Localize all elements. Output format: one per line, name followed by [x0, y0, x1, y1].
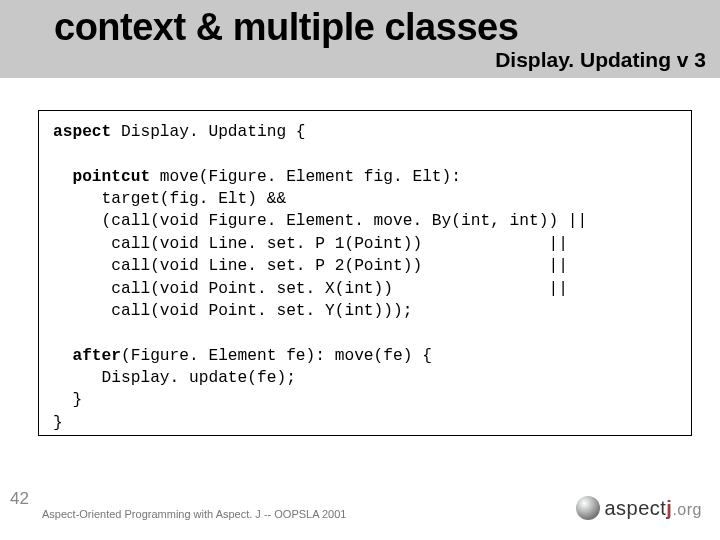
kw-pointcut: pointcut	[53, 168, 150, 186]
code-line-12: }	[53, 414, 63, 432]
code-box: aspect Display. Updating { pointcut move…	[38, 110, 692, 436]
slide-number: 42	[10, 489, 29, 509]
code-line-2b: move(Figure. Element fig. Elt):	[150, 168, 461, 186]
footer-text: Aspect-Oriented Programming with Aspect.…	[42, 508, 346, 520]
kw-after: after	[53, 347, 121, 365]
code-line-10: Display. update(fe);	[53, 369, 296, 387]
logo: aspectj.org	[576, 496, 702, 520]
code-line-9b: (Figure. Element fe): move(fe) {	[121, 347, 432, 365]
code-line-6: call(void Line. set. P 2(Point)) ||	[53, 257, 568, 275]
code-line-3: target(fig. Elt) &&	[53, 190, 286, 208]
title-bar: context & multiple classes Display. Upda…	[0, 0, 720, 78]
logo-aspect: aspect	[604, 497, 666, 519]
logo-text: aspectj.org	[604, 497, 702, 520]
code-block: aspect Display. Updating { pointcut move…	[53, 121, 677, 434]
slide-title: context & multiple classes	[54, 6, 518, 49]
slide: context & multiple classes Display. Upda…	[0, 0, 720, 540]
code-line-5: call(void Line. set. P 1(Point)) ||	[53, 235, 568, 253]
code-line-8: call(void Point. set. Y(int)));	[53, 302, 412, 320]
code-line-4: (call(void Figure. Element. move. By(int…	[53, 212, 587, 230]
code-line-1b: Display. Updating {	[111, 123, 305, 141]
logo-org: .org	[672, 501, 702, 518]
code-line-11: }	[53, 391, 82, 409]
slide-subtitle: Display. Updating v 3	[495, 48, 706, 72]
sphere-icon	[576, 496, 600, 520]
code-line-7: call(void Point. set. X(int)) ||	[53, 280, 568, 298]
kw-aspect: aspect	[53, 123, 111, 141]
